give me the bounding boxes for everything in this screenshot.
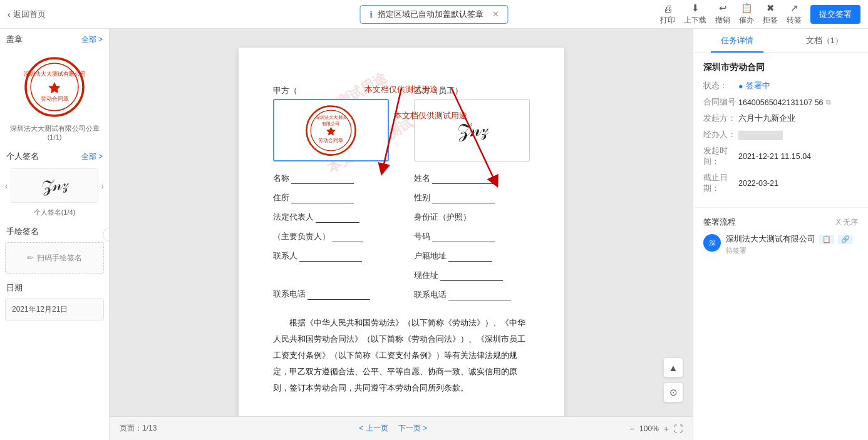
notification-bar: ℹ 指定区域已自动加盖默认签章 ✕	[360, 5, 509, 24]
detail-row-status: 状态： ● 签署中	[703, 81, 858, 91]
left-panel: 盖章 全部 > 深圳法大大测试有限公司 劳动合同章	[0, 29, 110, 440]
deadline-value: 2022-03-21	[738, 173, 858, 194]
contract-title: 深圳市劳动合同	[703, 62, 858, 73]
submit-sign-button[interactable]: 提交签署	[810, 5, 860, 24]
svg-text:有限公司: 有限公司	[322, 121, 339, 126]
float-buttons: ▲ ⊙	[663, 357, 683, 402]
form-section: 名称 住所 法定代表人	[273, 169, 530, 305]
party-a-label: 甲方（	[273, 85, 389, 96]
page-navigation: < 上一页 下一页 >	[359, 423, 427, 434]
status-label: 状态：	[703, 81, 738, 91]
revoke-icon: ↩	[719, 3, 727, 14]
page-info: 页面：1/13	[120, 423, 157, 434]
field-current-addr: 现住址	[414, 266, 530, 285]
detail-row-send-time: 发起时间： 2021-12-21 11.15.04	[703, 146, 858, 167]
personal-sig-label: 个人签名(1/4)	[0, 207, 109, 221]
copy-icon[interactable]: ⧉	[826, 98, 831, 106]
send-time-value: 2021-12-21 11.15.04	[738, 146, 858, 167]
detail-row-deadline: 截止日期： 2022-03-21	[703, 173, 858, 194]
right-panel: 任务详情 文档（1） 深圳市劳动合同 状态： ● 签署中 合同编号 164005…	[693, 29, 868, 440]
next-page-button[interactable]: 下一页 >	[398, 423, 427, 434]
zoom-in-button[interactable]: +	[664, 424, 669, 434]
handler-label: 经办人：	[703, 130, 738, 140]
handwrite-section: ✏ 扫码手绘签名	[0, 240, 109, 277]
back-button[interactable]: ‹ 返回首页	[8, 9, 46, 20]
contract-no-label: 合同编号	[703, 97, 738, 108]
tab-task-detail[interactable]: 任务详情	[693, 29, 781, 53]
zoom-level: 100%	[639, 424, 659, 433]
date-header: 日期	[0, 277, 109, 296]
detail-row-sender: 发起方： 六月十九新企业	[703, 113, 858, 124]
revoke-label: 撤销	[715, 15, 730, 26]
toolbar-left: ‹ 返回首页	[8, 9, 46, 20]
process-none-label: X 无序	[836, 217, 858, 228]
tab-task-label: 任务详情	[721, 36, 753, 45]
tab-document[interactable]: 文档（1）	[781, 29, 869, 53]
process-tag-link: 🔗	[838, 235, 853, 244]
date-box[interactable]: 2021年12月21日	[5, 299, 104, 320]
contract-detail-section: 深圳市劳动合同 状态： ● 签署中 合同编号 16400565042131107…	[693, 53, 868, 205]
doc-page: 本文档仅供测试用途 本文档仅供测试用途	[239, 48, 564, 416]
scroll-up-button[interactable]: ▲	[663, 357, 683, 377]
back-label: 返回首页	[13, 9, 46, 20]
transfer-icon: ↗	[790, 3, 798, 14]
fit-page-button[interactable]: ⛶	[674, 424, 683, 434]
field-phone-left: 联系电话	[273, 285, 389, 304]
download-action[interactable]: ⬇ 上下载	[684, 3, 706, 26]
svg-marker-13	[326, 126, 336, 135]
prev-page-button[interactable]: < 上一页	[359, 423, 388, 434]
field-principal: （主要负责人）	[273, 227, 389, 247]
revoke-action[interactable]: ↩ 撤销	[715, 3, 730, 26]
print-action[interactable]: 🖨 打印	[660, 3, 675, 26]
svg-marker-3	[49, 82, 61, 93]
zoom-out-button[interactable]: −	[629, 424, 634, 434]
sig-next-arrow[interactable]: ›	[101, 181, 104, 191]
field-name-right: 姓名	[414, 169, 530, 188]
handwrite-scan-button[interactable]: ✏ 扫码手绘签名	[5, 242, 104, 274]
form-columns: 名称 住所 法定代表人	[273, 169, 530, 305]
detail-row-handler: 经办人： ████████	[703, 130, 858, 140]
handwrite-btn-label: 扫码手绘签名	[37, 253, 82, 263]
doc-viewer: 本文档仅供测试用途 本文档仅供测试用途	[110, 29, 693, 440]
transfer-action[interactable]: ↗ 转签	[787, 3, 802, 26]
status-dot: ●	[738, 82, 743, 91]
seal-section-title: 盖章	[6, 34, 23, 45]
company-stamp[interactable]: 深圳法大大测试有限公司 劳动合同章	[20, 53, 89, 121]
date-section: 2021年12月21日	[0, 296, 109, 325]
sig-prev-arrow[interactable]: ‹	[5, 181, 8, 191]
urge-action[interactable]: 📋 催办	[739, 3, 754, 26]
handwrite-title: 手绘签名	[6, 226, 39, 237]
company-seal-svg: 深圳法大大测试有限公司 劳动合同章	[23, 56, 86, 118]
reject-action[interactable]: ✖ 拒签	[763, 3, 778, 26]
zoom-controls: − 100% + ⛶	[629, 424, 683, 434]
party-b-sign-box[interactable]: 𝒵𝓃𝓏	[414, 99, 530, 161]
main-layout: 盖章 全部 > 深圳法大大测试有限公司 劳动合同章	[0, 29, 868, 440]
field-empty	[273, 266, 389, 285]
sign-areas-row: 甲方（ 深圳法大大测试 有限公司	[273, 85, 530, 161]
personal-all-link[interactable]: 全部 >	[81, 151, 103, 162]
form-right: 姓名 性别 身份证（护照） 号码	[414, 169, 530, 305]
party-a-sign-box[interactable]: 深圳法大大测试 有限公司 劳动合同章	[273, 99, 389, 161]
process-tag-sign: 📋	[819, 235, 834, 244]
personal-sig-box[interactable]: 𝒵𝓃𝓏	[11, 168, 99, 203]
scroll-target-button[interactable]: ⊙	[663, 382, 683, 402]
field-name-left: 名称	[273, 169, 389, 188]
notification-text: 指定区域已自动加盖默认签章	[378, 9, 483, 20]
seal-in-box: 深圳法大大测试 有限公司 劳动合同章	[304, 104, 358, 157]
party-b-area: 乙方（员工） 𝒵𝓃𝓏	[414, 85, 530, 161]
notification-close-icon[interactable]: ✕	[492, 9, 499, 19]
sig-carousel: ‹ 𝒵𝓃𝓏 ›	[0, 165, 109, 207]
seal-all-link[interactable]: 全部 >	[81, 34, 103, 45]
process-item: 深 深圳法大大测试有限公司 📋 🔗 待签署	[703, 234, 858, 255]
date-value: 2021年12月21日	[12, 305, 68, 314]
field-gender: 性别	[414, 188, 530, 208]
party-a-area: 甲方（ 深圳法大大测试 有限公司	[273, 85, 389, 161]
toolbar: ‹ 返回首页 ℹ 指定区域已自动加盖默认签章 ✕ 🖨 打印 ⬇ 上下载 ↩ 撤销…	[0, 0, 868, 29]
doc-scroll[interactable]: 本文档仅供测试用途 本文档仅供测试用途	[110, 29, 693, 416]
form-left: 名称 住所 法定代表人	[273, 169, 389, 305]
reject-icon: ✖	[767, 3, 775, 14]
field-huji: 户籍地址	[414, 247, 530, 266]
deadline-label: 截止日期：	[703, 173, 738, 194]
field-id-card: 身份证（护照）	[414, 208, 530, 227]
process-title: 签署流程	[703, 217, 736, 228]
